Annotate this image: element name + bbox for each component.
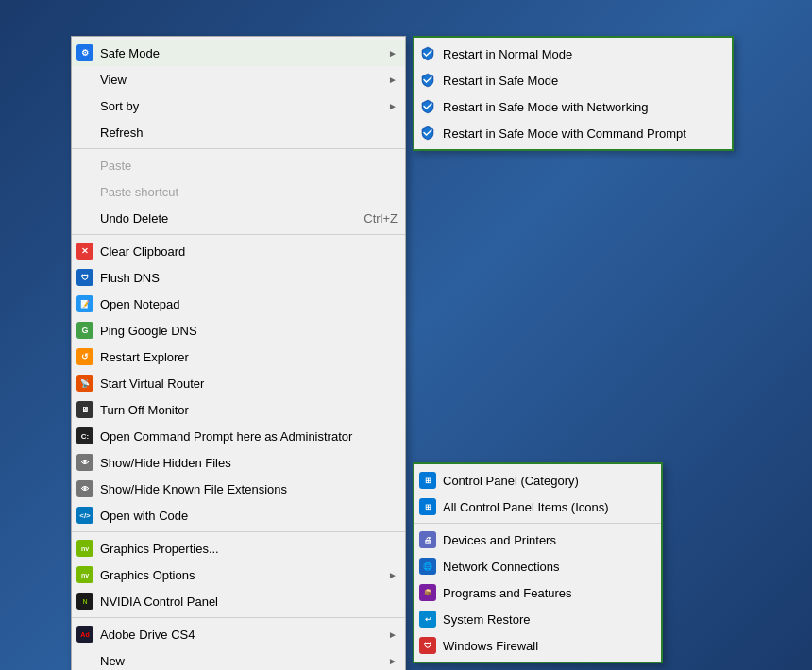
graphics-properties-icon: nv (76, 539, 94, 558)
restart-cmd-label: Restart in Safe Mode with Command Prompt (443, 126, 724, 141)
menu-item-refresh[interactable]: Refresh (72, 119, 405, 145)
view-icon-placeholder (76, 70, 94, 89)
cp-system-restore[interactable]: ↩ System Restore (414, 606, 661, 632)
menu-item-nvidia-cp[interactable]: N NVIDIA Control Panel (72, 588, 405, 614)
restart-safe-label: Restart in Safe Mode (443, 74, 724, 88)
cp-category-label: Control Panel (Category) (443, 474, 653, 488)
cp-programs-features[interactable]: 📦 Programs and Features (414, 579, 661, 606)
show-extensions-label: Show/Hide Known File Extensions (100, 482, 398, 496)
graphics-options-icon: nv (76, 565, 94, 584)
virtual-router-icon: 📡 (76, 374, 94, 393)
controlpanel-submenu: ⊞ Control Panel (Category) ⊞ All Control… (413, 462, 663, 663)
flush-dns-label: Flush DNS (100, 271, 398, 285)
programs-features-label: Programs and Features (443, 586, 653, 600)
cp-icons-icon: ⊞ (418, 497, 437, 516)
programs-icon: 📦 (418, 583, 437, 602)
cp-network-connections[interactable]: 🌐 Network Connections (414, 553, 661, 579)
safe-mode-label: Safe Mode (100, 46, 388, 60)
undo-icon-placeholder (76, 209, 94, 227)
open-with-code-label: Open with Code (100, 509, 398, 523)
safemode-submenu: Restart in Normal Mode Restart in Safe M… (413, 36, 734, 151)
safemode-restart-normal[interactable]: Restart in Normal Mode (414, 41, 732, 67)
restart-networking-label: Restart in Safe Mode with Networking (443, 100, 724, 114)
safemode-restart-cmd[interactable]: Restart in Safe Mode with Command Prompt (414, 120, 732, 146)
menu-item-graphics-options[interactable]: nv Graphics Options ► (72, 561, 405, 588)
menu-item-show-hidden[interactable]: 👁 Show/Hide Hidden Files (72, 449, 405, 476)
menu-item-new[interactable]: New ► (72, 647, 405, 670)
sort-icon-placeholder (76, 96, 94, 115)
adobe-drive-label: Adobe Drive CS4 (100, 628, 388, 642)
adobe-drive-arrow: ► (388, 629, 398, 640)
menu-item-adobe-drive[interactable]: Ad Adobe Drive CS4 ► (72, 621, 405, 647)
menu-item-clear-clipboard[interactable]: ✕ Clear Clipboard (72, 238, 405, 264)
menu-item-view[interactable]: View ► (72, 66, 405, 92)
network-icon: 🌐 (418, 557, 437, 576)
separator-3 (72, 531, 405, 532)
menu-item-restart-explorer[interactable]: ↺ Restart Explorer (72, 343, 405, 370)
menu-item-open-notepad[interactable]: 📝 Open Notepad (72, 291, 405, 317)
graphics-options-arrow: ► (388, 570, 398, 580)
main-context-menu: ⚙ Safe Mode ► View ► Sort by ► Refresh P… (71, 36, 406, 670)
menu-item-undo-delete[interactable]: Undo Delete Ctrl+Z (72, 205, 405, 231)
open-notepad-label: Open Notepad (100, 297, 398, 311)
virtual-router-label: Start Virtual Router (100, 377, 398, 391)
restart-explorer-label: Restart Explorer (100, 350, 398, 364)
graphics-options-label: Graphics Options (100, 568, 388, 582)
new-icon-placeholder (76, 651, 94, 670)
shield-normal-icon (418, 44, 437, 63)
show-extensions-icon: 👁 (76, 479, 94, 498)
new-label: New (100, 654, 388, 668)
separator-4 (72, 617, 405, 618)
safemode-restart-safe[interactable]: Restart in Safe Mode (414, 67, 732, 93)
menu-item-safe-mode[interactable]: ⚙ Safe Mode ► (72, 40, 405, 66)
paste-shortcut-label: Paste shortcut (100, 185, 398, 199)
separator-1 (72, 148, 405, 149)
restart-normal-label: Restart in Normal Mode (443, 47, 724, 61)
vscode-icon: </> (76, 506, 94, 525)
notepad-icon: 📝 (76, 294, 94, 313)
shield-safe-icon (418, 71, 437, 90)
shield-cmd-icon (418, 124, 437, 142)
printer-icon: 🖨 (418, 530, 437, 549)
menu-item-graphics-properties[interactable]: nv Graphics Properties... (72, 535, 405, 561)
cmd-admin-label: Open Command Prompt here as Administrato… (100, 429, 398, 444)
ping-icon: G (76, 321, 94, 340)
menu-item-turn-off-monitor[interactable]: 🖥 Turn Off Monitor (72, 396, 405, 423)
safe-mode-arrow: ► (388, 48, 398, 59)
menu-item-virtual-router[interactable]: 📡 Start Virtual Router (72, 370, 405, 396)
undo-delete-shortcut: Ctrl+Z (364, 211, 398, 226)
menu-item-ping-google[interactable]: G Ping Google DNS (72, 317, 405, 343)
menu-item-paste[interactable]: Paste (72, 152, 405, 178)
firewall-icon: 🛡 (418, 636, 437, 655)
cp-icons-item[interactable]: ⊞ All Control Panel Items (Icons) (414, 494, 661, 520)
refresh-label: Refresh (100, 126, 398, 140)
menu-item-flush-dns[interactable]: 🛡 Flush DNS (72, 264, 405, 291)
safe-mode-icon: ⚙ (76, 43, 94, 62)
cp-category-icon: ⊞ (418, 471, 437, 490)
turn-off-monitor-label: Turn Off Monitor (100, 403, 398, 417)
menu-item-show-extensions[interactable]: 👁 Show/Hide Known File Extensions (72, 476, 405, 502)
show-hidden-icon: 👁 (76, 453, 94, 472)
monitor-icon: 🖥 (76, 400, 94, 419)
clear-clipboard-icon: ✕ (76, 242, 94, 260)
menu-item-sort-by[interactable]: Sort by ► (72, 92, 405, 119)
separator-2 (72, 234, 405, 235)
cp-icons-label: All Control Panel Items (Icons) (443, 500, 653, 514)
new-arrow: ► (388, 656, 398, 666)
menu-item-cmd-admin[interactable]: C: Open Command Prompt here as Administr… (72, 423, 405, 449)
show-hidden-label: Show/Hide Hidden Files (100, 456, 398, 470)
sort-arrow: ► (388, 101, 398, 111)
refresh-icon-placeholder (76, 123, 94, 142)
cp-windows-firewall[interactable]: 🛡 Windows Firewall (414, 632, 661, 659)
graphics-properties-label: Graphics Properties... (100, 542, 398, 556)
safemode-restart-networking[interactable]: Restart in Safe Mode with Networking (414, 93, 732, 120)
shield-networking-icon (418, 97, 437, 116)
cp-devices-printers[interactable]: 🖨 Devices and Printers (414, 527, 661, 553)
paste-shortcut-icon-placeholder (76, 182, 94, 201)
menu-item-paste-shortcut[interactable]: Paste shortcut (72, 178, 405, 205)
nvidia-icon: N (76, 592, 94, 611)
menu-item-open-with-code[interactable]: </> Open with Code (72, 502, 405, 528)
clear-clipboard-label: Clear Clipboard (100, 244, 398, 259)
restart-explorer-icon: ↺ (76, 347, 94, 366)
cp-category-item[interactable]: ⊞ Control Panel (Category) (414, 467, 661, 494)
